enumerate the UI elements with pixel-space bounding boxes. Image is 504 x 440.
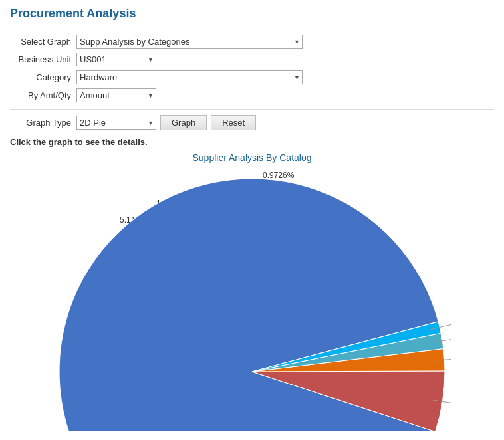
business-unit-dropdown[interactable]: US001 US002 <box>76 53 156 66</box>
business-unit-label: Business Unit <box>10 55 76 64</box>
form-section: Select Graph Supp Analysis by Categories… <box>10 35 494 102</box>
graph-type-row: Graph Type 2D Pie 3D Pie Bar Line Graph … <box>10 115 494 130</box>
graph-type-label: Graph Type <box>10 118 76 128</box>
graph-type-wrapper: 2D Pie 3D Pie Bar Line <box>76 116 156 130</box>
divider-middle <box>10 109 494 110</box>
by-amt-qty-dropdown[interactable]: Amount Quantity <box>76 88 156 102</box>
page-title: Procurement Analysis <box>10 7 494 21</box>
chart-title: Supplier Analysis By Catalog <box>193 152 312 163</box>
click-hint: Click the graph to see the details. <box>10 137 494 147</box>
chart-area[interactable]: Supplier Analysis By Catalog 0.9726% 1.2… <box>10 152 494 438</box>
select-graph-wrapper: Supp Analysis by Categories Supplier Ana… <box>76 35 303 49</box>
pie-chart[interactable] <box>53 165 451 433</box>
divider-top <box>10 29 494 29</box>
by-amt-qty-wrapper: Amount Quantity <box>76 88 156 102</box>
category-wrapper: Hardware Software Services <box>76 70 303 84</box>
page-container: Procurement Analysis Select Graph Supp A… <box>0 0 504 440</box>
reset-button[interactable]: Reset <box>211 115 256 130</box>
by-amt-qty-label: By Amt/Qty <box>10 90 76 100</box>
select-graph-row: Select Graph Supp Analysis by Categories… <box>10 35 494 49</box>
select-graph-dropdown[interactable]: Supp Analysis by Categories Supplier Ana… <box>76 35 303 49</box>
business-unit-row: Business Unit US001 US002 <box>10 53 494 66</box>
category-dropdown[interactable]: Hardware Software Services <box>76 70 303 84</box>
graph-type-dropdown[interactable]: 2D Pie 3D Pie Bar Line <box>76 116 156 130</box>
business-unit-wrapper: US001 US002 <box>76 53 156 66</box>
category-label: Category <box>10 72 76 82</box>
graph-button[interactable]: Graph <box>160 115 207 130</box>
category-row: Category Hardware Software Services <box>10 70 494 84</box>
by-amt-qty-row: By Amt/Qty Amount Quantity <box>10 88 494 102</box>
select-graph-label: Select Graph <box>10 37 76 47</box>
